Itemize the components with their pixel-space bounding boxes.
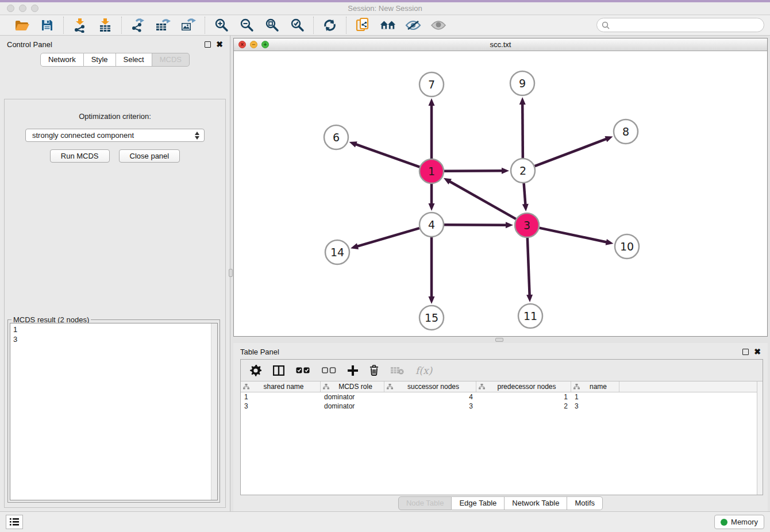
zoom-fit-icon[interactable]	[264, 17, 280, 33]
import-table-icon[interactable]	[97, 17, 113, 33]
column-header-predecessor-nodes[interactable]: predecessor nodes	[476, 381, 571, 392]
refresh-view-icon[interactable]	[322, 17, 338, 33]
criterion-dropdown[interactable]: strongly connected component	[25, 129, 205, 142]
tab-network[interactable]: Network	[40, 53, 84, 67]
table-cell[interactable]: 2	[476, 402, 571, 410]
table-cell[interactable]: 3	[384, 402, 476, 410]
nested-networks-icon[interactable]	[380, 17, 396, 33]
column-header-successor-nodes[interactable]: successor nodes	[384, 381, 476, 392]
close-network-icon[interactable]: ×	[238, 41, 246, 48]
add-row-icon[interactable]	[348, 365, 358, 376]
vertical-splitter-grip[interactable]	[229, 269, 233, 277]
tab-network-table[interactable]: Network Table	[505, 496, 567, 510]
minimize-network-icon[interactable]: −	[250, 41, 257, 48]
edge-3-11[interactable]	[528, 238, 530, 296]
column-header-name[interactable]: name	[571, 381, 619, 392]
arrowhead-4-15	[429, 296, 435, 304]
mcds-result-text[interactable]: 1 3	[10, 323, 211, 500]
table-cell[interactable]: 1	[571, 393, 619, 401]
table-cell[interactable]: dominator	[321, 402, 384, 410]
table-body: 1dominator4113dominator323	[241, 392, 763, 495]
first-neighbors-icon[interactable]	[355, 17, 371, 33]
tab-style[interactable]: Style	[84, 53, 116, 67]
maximize-network-icon[interactable]: +	[261, 41, 269, 48]
edge-2-8[interactable]	[535, 138, 607, 166]
show-columns-icon[interactable]	[273, 365, 284, 376]
export-image-icon[interactable]	[180, 17, 197, 33]
close-table-panel-icon[interactable]: ✖	[754, 349, 761, 355]
arrowhead-2-3	[522, 204, 529, 211]
edge-2-9[interactable]	[522, 103, 523, 158]
edge-1-2[interactable]	[444, 171, 503, 171]
function-builder-icon[interactable]: f(x)	[415, 365, 432, 376]
search-icon	[602, 21, 610, 29]
network-window-titlebar[interactable]: × − + scc.txt	[234, 38, 767, 51]
close-window-icon[interactable]	[7, 5, 14, 12]
zoom-selected-icon[interactable]	[289, 17, 305, 33]
criterion-dropdown-value: strongly connected component	[32, 131, 134, 140]
close-panel-icon[interactable]: ✖	[216, 41, 223, 48]
float-panel-icon[interactable]	[205, 41, 211, 48]
graph-node-label-6: 6	[333, 131, 340, 144]
graph-node-label-2: 2	[519, 164, 526, 177]
edge-2-3[interactable]	[524, 183, 526, 205]
table-toolbar: f(x)	[241, 360, 763, 381]
settings-gear-icon[interactable]	[250, 365, 261, 376]
horizontal-splitter-grip[interactable]	[495, 338, 503, 342]
table-cell[interactable]: 4	[384, 393, 476, 401]
table-cell[interactable]: 1	[476, 393, 571, 401]
maximize-window-icon[interactable]	[31, 5, 38, 12]
float-table-panel-icon[interactable]	[742, 349, 749, 355]
save-session-icon[interactable]	[39, 17, 55, 33]
network-window-title: scc.txt	[490, 40, 511, 49]
table-cell[interactable]: dominator	[321, 393, 384, 401]
edge-4-14[interactable]	[357, 228, 419, 246]
graph-node-label-7: 7	[428, 78, 435, 91]
memory-button[interactable]: Memory	[714, 515, 764, 529]
run-mcds-button[interactable]: Run MCDS	[50, 149, 110, 163]
column-header-shared-name[interactable]: shared name	[241, 381, 321, 392]
hide-selected-icon[interactable]	[405, 17, 421, 33]
mcds-tab-content: Optimization criterion: strongly connect…	[4, 99, 226, 508]
zoom-in-icon[interactable]	[213, 17, 229, 33]
search-input[interactable]	[613, 21, 759, 29]
export-network-icon[interactable]	[130, 17, 146, 33]
edge-1-6[interactable]	[355, 144, 419, 167]
mcds-result-scrollbar[interactable]	[211, 323, 217, 500]
table-row[interactable]: 3dominator323	[241, 402, 763, 411]
edge-3-10[interactable]	[540, 228, 607, 242]
table-cell[interactable]: 3	[571, 402, 619, 410]
search-field[interactable]	[596, 18, 764, 32]
window-traffic-lights[interactable]	[7, 5, 38, 12]
tab-edge-table[interactable]: Edge Table	[452, 496, 505, 510]
main-toolbar	[0, 16, 770, 36]
delete-row-icon[interactable]	[369, 365, 379, 376]
edge-3-1[interactable]	[449, 181, 515, 219]
tab-node-table[interactable]: Node Table	[398, 496, 452, 510]
edge-4-3[interactable]	[444, 225, 507, 225]
graph-node-label-1: 1	[428, 165, 435, 178]
arrowhead-2-8	[605, 136, 613, 142]
tab-mcds[interactable]: MCDS	[152, 53, 190, 67]
close-panel-button[interactable]: Close panel	[119, 149, 180, 163]
task-history-button[interactable]	[6, 515, 23, 529]
memory-status-icon	[721, 519, 727, 526]
open-session-icon[interactable]	[14, 17, 30, 33]
node-table[interactable]: shared nameMCDS rolesuccessor nodesprede…	[241, 381, 763, 495]
table-row[interactable]: 1dominator411	[241, 392, 763, 402]
table-cell[interactable]: 1	[241, 393, 321, 401]
import-network-icon[interactable]	[72, 17, 88, 33]
column-header-MCDS-role[interactable]: MCDS role	[321, 381, 384, 392]
delete-table-icon[interactable]	[390, 366, 404, 375]
table-cell[interactable]: 3	[241, 402, 321, 410]
select-all-checkboxes-icon[interactable]	[296, 367, 310, 373]
zoom-out-icon[interactable]	[238, 17, 255, 33]
tab-select[interactable]: Select	[116, 53, 152, 67]
show-all-icon[interactable]	[430, 17, 446, 33]
network-canvas[interactable]: 1234678910111415	[234, 51, 767, 336]
deselect-all-checkboxes-icon[interactable]	[322, 367, 336, 373]
table-scrollbar[interactable]	[757, 381, 763, 495]
export-table-icon[interactable]	[155, 17, 171, 33]
minimize-window-icon[interactable]	[19, 5, 26, 12]
tab-motifs[interactable]: Motifs	[567, 496, 603, 510]
